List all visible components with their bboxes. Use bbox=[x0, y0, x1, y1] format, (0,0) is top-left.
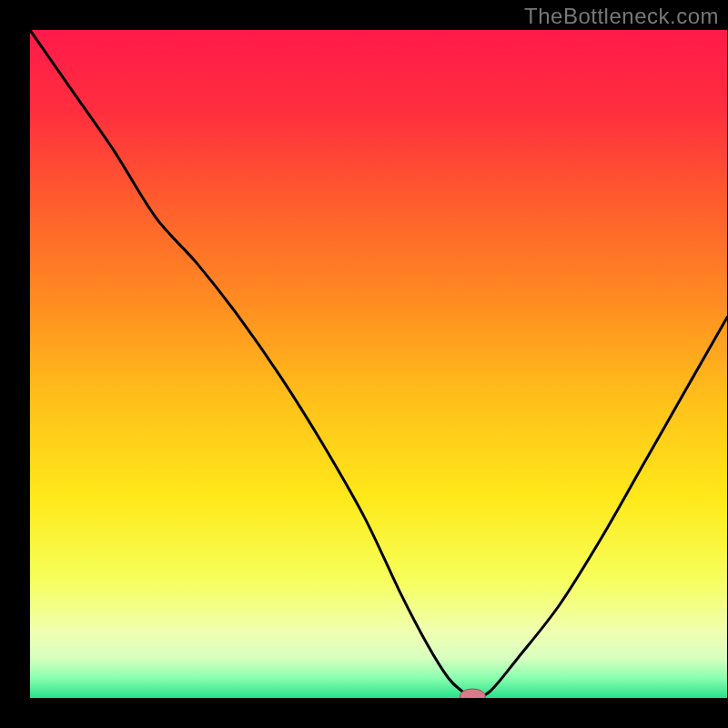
plot-background bbox=[30, 30, 727, 698]
bottleneck-plot bbox=[30, 30, 727, 698]
plot-svg bbox=[30, 30, 727, 698]
chart-frame: TheBottleneck.com bbox=[0, 0, 728, 728]
watermark-text: TheBottleneck.com bbox=[524, 4, 719, 29]
